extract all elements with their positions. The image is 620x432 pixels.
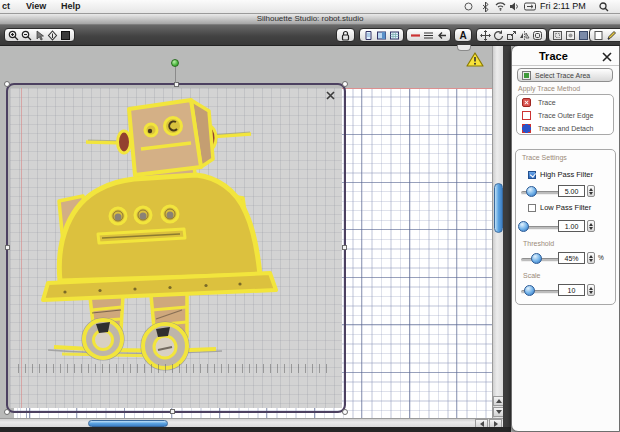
high-pass-value[interactable]: 5.00 [558,185,585,197]
document-setup-icon[interactable] [363,30,374,41]
zoom-out-icon[interactable] [21,30,32,41]
trace-method-icon [522,98,531,107]
menu-clock[interactable]: Fri 2:11 PM [540,1,586,11]
method-trace-and-detach[interactable]: Trace and Detach [517,122,613,135]
trace-panel-close-icon[interactable] [601,51,612,62]
selection-box[interactable] [6,83,346,413]
trace-outline-icon[interactable] [565,30,576,41]
low-pass-slider-thumb[interactable] [518,221,529,232]
low-pass-stepper[interactable] [587,220,595,232]
scale-slider-thumb[interactable] [524,285,535,296]
menu-item-truncated[interactable]: ct [2,1,10,11]
input-menu-icon[interactable] [524,1,536,12]
scroll-right-button[interactable] [489,419,502,427]
horizontal-scrollbar[interactable] [0,418,503,427]
trace-settings-label: Trace Settings [522,154,567,161]
low-pass-filter-row: Low Pass Filter [528,203,591,212]
line-style-icon[interactable] [423,30,434,41]
selection-handle-bottom-left[interactable] [4,409,10,415]
scale-stepper[interactable] [587,284,595,296]
rotate-icon[interactable] [493,30,504,41]
volume-icon[interactable] [510,1,520,12]
pan-tool-icon[interactable] [47,30,58,41]
lock-icon[interactable] [340,30,351,41]
selection-handle-bottom-right[interactable] [342,409,348,415]
trace-window-icon[interactable] [552,30,563,41]
bluetooth-icon[interactable] [482,1,489,12]
select-trace-area-button[interactable]: Select Trace Area [517,68,613,82]
warning-icon[interactable] [466,52,484,71]
menu-bar: ct View Help Fri 2:11 PM [0,0,620,14]
scroll-up-button[interactable] [493,396,503,406]
page-panel-icon[interactable] [376,30,387,41]
panel-gap [503,45,511,432]
line-weight-icon[interactable] [436,30,447,41]
selection-handle-right-mid[interactable] [342,245,347,250]
vertical-scrollbar[interactable] [492,45,503,418]
threshold-slider-thumb[interactable] [531,253,542,264]
scroll-left-button[interactable] [475,419,488,427]
threshold-value[interactable]: 45% [558,252,585,264]
rotation-handle[interactable] [171,59,179,67]
main-toolbar: A [0,25,620,46]
selection-handle-top-left[interactable] [4,81,10,87]
toolbar-group-pages [359,28,404,42]
trace-settings-group: Trace Settings High Pass Filter 5.00 Low… [515,149,616,305]
low-pass-slider-row: 1.00 [516,220,617,233]
high-pass-slider-thumb[interactable] [526,186,537,197]
threshold-stepper[interactable] [587,252,595,264]
spotlight-icon[interactable] [599,1,609,12]
fit-page-icon[interactable] [60,30,71,41]
selection-handle-left-mid[interactable] [5,245,10,250]
scroll-down-button[interactable] [493,407,503,417]
toolbar-group-linestyle [406,28,451,42]
horizontal-scrollbar-thumb[interactable] [88,420,168,427]
design-canvas[interactable] [0,45,503,427]
toolbar-group-lock [336,28,355,42]
threshold-slider-row: 45% % [516,252,617,265]
offset-icon[interactable] [532,30,543,41]
toolbar-group-output [589,28,620,42]
toolbar-collapse-handle[interactable] [457,45,471,51]
move-icon[interactable] [480,30,491,41]
toolbar-group-text: A [454,28,472,42]
menu-item-view[interactable]: View [26,1,46,11]
toolbar-group-transform [476,28,547,42]
trace-panel: Trace Select Trace Area Apply Trace Meth… [511,45,620,432]
image-close-icon[interactable] [325,90,336,101]
method-trace[interactable]: Trace [517,96,613,109]
scale-icon[interactable] [506,30,517,41]
apply-trace-method-label: Apply Trace Method [518,85,580,92]
high-pass-slider-row: 5.00 [516,185,617,198]
menu-item-help[interactable]: Help [61,1,81,11]
trace-and-detach-icon [522,124,531,133]
select-arrow-icon[interactable] [34,30,45,41]
mirror-icon[interactable] [519,30,530,41]
line-color-icon[interactable] [410,30,421,41]
status-circle-icon[interactable] [464,1,473,12]
text-tool-icon[interactable]: A [458,30,468,41]
low-pass-checkbox[interactable] [528,204,536,212]
trace-method-group: Trace Trace Outer Edge Trace and Detach [516,94,614,135]
grid-panel-icon[interactable] [389,30,400,41]
toolbar-group-zoom [4,28,75,42]
zoom-in-icon[interactable] [8,30,19,41]
pencil-icon[interactable] [606,30,617,41]
low-pass-value[interactable]: 1.00 [558,220,585,232]
high-pass-stepper[interactable] [587,185,595,197]
trace-filled-icon[interactable] [578,30,589,41]
blank-page-icon[interactable] [593,30,604,41]
high-pass-checkbox[interactable] [528,171,536,179]
window-title-bar[interactable]: Silhouette Studio: robot.studio [0,14,620,25]
scale-value[interactable]: 10 [558,284,585,296]
selection-handle-bottom-mid[interactable] [170,409,175,414]
scale-label: Scale [523,272,541,279]
toolbar-group-trace [548,28,593,42]
wifi-icon[interactable] [495,1,506,12]
method-trace-outer-edge[interactable]: Trace Outer Edge [517,109,613,122]
vertical-scrollbar-thumb[interactable] [494,183,503,233]
panel-divider [512,65,619,66]
window-bottom-edge [0,427,511,432]
selection-handle-top-right[interactable] [342,81,348,87]
trace-area-icon [522,71,531,80]
